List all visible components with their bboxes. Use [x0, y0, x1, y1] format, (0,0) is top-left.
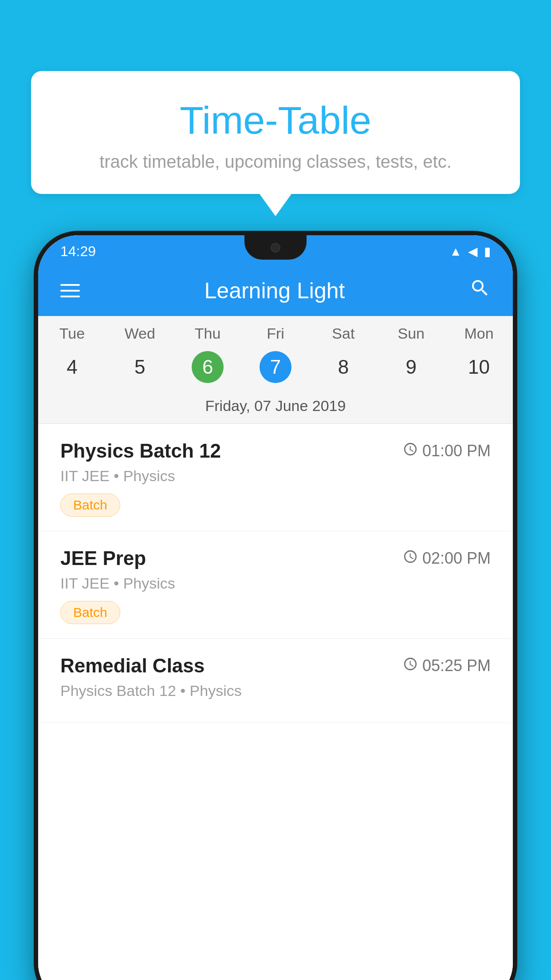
schedule-item-2-subtitle: IIT JEE • Physics: [60, 575, 491, 592]
schedule-item-2-title: JEE Prep: [60, 547, 146, 569]
app-header: Learning Light: [38, 265, 513, 316]
speech-bubble-subtitle: track timetable, upcoming classes, tests…: [58, 152, 493, 172]
calendar-section: Tue Wed Thu Fri Sat Sun Mon 4 5 6 7: [38, 316, 513, 424]
day-header-fri: Fri: [242, 325, 310, 342]
schedule-item-2[interactable]: JEE Prep 02:00 PM IIT JEE • Physics Batc…: [38, 531, 513, 639]
schedule-item-3-time: 05:25 PM: [403, 656, 491, 675]
app-title: Learning Light: [205, 278, 345, 304]
day-7-circle: 7: [260, 351, 291, 383]
signal-icon: ◀: [468, 244, 478, 259]
status-icons: ▲ ◀ ▮: [449, 244, 491, 259]
hamburger-line-1: [60, 284, 80, 286]
time-1: 01:00 PM: [422, 442, 491, 460]
schedule-item-1-title: Physics Batch 12: [60, 440, 221, 462]
day-header-tue: Tue: [38, 325, 106, 342]
schedule-item-3-title: Remedial Class: [60, 655, 205, 677]
phone-screen: 14:29 ▲ ◀ ▮ Learning Light: [38, 235, 513, 980]
day-header-sun: Sun: [377, 325, 445, 342]
hamburger-line-3: [60, 296, 80, 297]
hamburger-menu-button[interactable]: [60, 284, 80, 297]
phone-wrapper: 14:29 ▲ ◀ ▮ Learning Light: [33, 231, 518, 980]
schedule-item-1[interactable]: Physics Batch 12 01:00 PM IIT JEE • Phys…: [38, 424, 513, 531]
speech-bubble-arrow: [260, 194, 291, 216]
schedule-list: Physics Batch 12 01:00 PM IIT JEE • Phys…: [38, 424, 513, 980]
clock-icon-3: [403, 656, 418, 675]
time-2: 02:00 PM: [422, 549, 491, 568]
clock-icon-1: [403, 442, 418, 460]
day-header-thu: Thu: [174, 325, 242, 342]
day-4[interactable]: 4: [38, 351, 106, 383]
camera-dot: [271, 243, 280, 253]
day-9[interactable]: 9: [377, 351, 445, 383]
day-header-mon: Mon: [445, 325, 513, 342]
phone-frame: 14:29 ▲ ◀ ▮ Learning Light: [34, 231, 517, 980]
schedule-item-1-subtitle: IIT JEE • Physics: [60, 467, 491, 485]
selected-date: Friday, 07 June 2019: [38, 392, 513, 424]
day-numbers: 4 5 6 7 8 9 10: [38, 347, 513, 392]
day-headers: Tue Wed Thu Fri Sat Sun Mon: [38, 316, 513, 347]
phone-notch: [244, 235, 307, 260]
day-header-sat: Sat: [309, 325, 377, 342]
clock-icon-2: [403, 549, 418, 568]
hamburger-line-2: [60, 290, 80, 292]
batch-tag-2: Batch: [60, 601, 120, 624]
day-5[interactable]: 5: [106, 351, 174, 383]
day-8[interactable]: 8: [309, 351, 377, 383]
status-bar: 14:29 ▲ ◀ ▮: [38, 235, 513, 265]
day-6-circle: 6: [192, 351, 224, 383]
schedule-item-3-subtitle: Physics Batch 12 • Physics: [60, 682, 491, 699]
status-time: 14:29: [60, 243, 96, 260]
speech-bubble-card: Time-Table track timetable, upcoming cla…: [31, 71, 520, 194]
day-7[interactable]: 7: [242, 351, 310, 383]
schedule-item-1-time: 01:00 PM: [403, 442, 491, 460]
day-6[interactable]: 6: [174, 351, 242, 383]
day-header-wed: Wed: [106, 325, 174, 342]
schedule-item-2-time: 02:00 PM: [403, 549, 491, 568]
time-3: 05:25 PM: [422, 656, 491, 675]
schedule-item-3-header: Remedial Class 05:25 PM: [60, 655, 491, 677]
schedule-item-1-header: Physics Batch 12 01:00 PM: [60, 440, 491, 462]
schedule-item-3[interactable]: Remedial Class 05:25 PM Physics Batch 12…: [38, 639, 513, 723]
speech-bubble-section: Time-Table track timetable, upcoming cla…: [31, 71, 520, 216]
search-button[interactable]: [469, 277, 491, 304]
schedule-item-2-header: JEE Prep 02:00 PM: [60, 547, 491, 569]
battery-icon: ▮: [484, 244, 491, 259]
speech-bubble-title: Time-Table: [58, 98, 493, 143]
wifi-icon: ▲: [449, 245, 462, 259]
batch-tag-1: Batch: [60, 494, 120, 517]
day-10[interactable]: 10: [445, 351, 513, 383]
